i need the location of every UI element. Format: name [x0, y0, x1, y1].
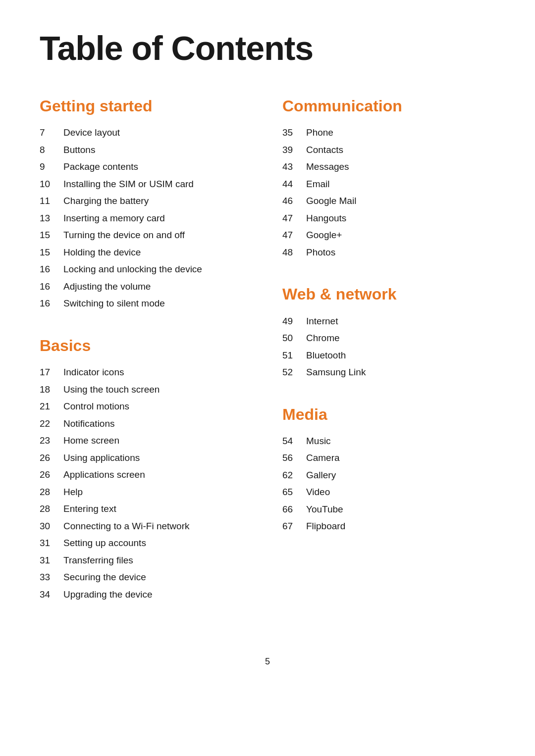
toc-item: 28Help: [40, 484, 253, 501]
toc-page-number: 50: [282, 331, 306, 346]
toc-columns: Getting started7Device layout8Buttons9Pa…: [40, 97, 495, 627]
toc-item-text: Adjusting the volume: [63, 280, 151, 294]
toc-page-number: 56: [282, 451, 306, 465]
toc-item-text: Turning the device on and off: [63, 228, 185, 243]
toc-page-number: 13: [40, 211, 63, 226]
toc-item: 47Hangouts: [282, 210, 495, 227]
toc-item: 23Home screen: [40, 432, 253, 450]
toc-item-text: Installing the SIM or USIM card: [63, 177, 194, 192]
toc-page-number: 62: [282, 468, 306, 483]
toc-item-text: Phone: [306, 126, 333, 140]
toc-item: 26Using applications: [40, 450, 253, 467]
section-getting-started: Getting started7Device layout8Buttons9Pa…: [40, 97, 253, 312]
toc-item: 15Holding the device: [40, 244, 253, 261]
toc-page-number: 10: [40, 177, 63, 192]
toc-page-number: 15: [40, 246, 63, 260]
toc-page-number: 51: [282, 349, 306, 363]
section-basics: Basics17Indicator icons18Using the touch…: [40, 336, 253, 603]
toc-item-text: Home screen: [63, 434, 119, 448]
toc-page-number: 67: [282, 519, 306, 534]
toc-list-communication: 35Phone39Contacts43Messages44Email46Goog…: [282, 124, 495, 261]
toc-item-text: Charging the battery: [63, 194, 149, 208]
toc-page-number: 66: [282, 503, 306, 517]
toc-item-text: Google Mail: [306, 194, 356, 208]
toc-item-text: Device layout: [63, 126, 120, 140]
toc-item: 65Video: [282, 484, 495, 501]
toc-page-number: 34: [40, 588, 63, 602]
toc-page-number: 48: [282, 246, 306, 260]
toc-page-number: 31: [40, 554, 63, 568]
toc-item-text: Control motions: [63, 400, 129, 414]
toc-item: 46Google Mail: [282, 193, 495, 210]
page-footer: 5: [40, 656, 495, 667]
toc-item-text: Google+: [306, 228, 342, 243]
toc-item: 31Setting up accounts: [40, 535, 253, 552]
toc-page-number: 11: [40, 194, 63, 208]
toc-item-text: Chrome: [306, 331, 340, 346]
toc-page-number: 8: [40, 143, 63, 157]
toc-item-text: Package contents: [63, 160, 138, 174]
toc-item: 26Applications screen: [40, 466, 253, 484]
toc-item: 62Gallery: [282, 467, 495, 484]
toc-item: 49Internet: [282, 313, 495, 330]
toc-page-number: 23: [40, 434, 63, 448]
toc-item: 52Samsung Link: [282, 364, 495, 381]
toc-item: 7Device layout: [40, 124, 253, 142]
section-communication: Communication35Phone39Contacts43Messages…: [282, 97, 495, 261]
toc-page-number: 16: [40, 297, 63, 311]
toc-page-number: 26: [40, 451, 63, 465]
page-title: Table of Contents: [40, 30, 495, 67]
toc-page-number: 18: [40, 383, 63, 397]
toc-item: 17Indicator icons: [40, 364, 253, 381]
toc-item: 22Notifications: [40, 415, 253, 433]
toc-item-text: Transferring files: [63, 554, 133, 568]
toc-item-text: Locking and unlocking the device: [63, 262, 202, 277]
toc-page-number: 35: [282, 126, 306, 140]
toc-item-text: Notifications: [63, 417, 115, 431]
toc-item-text: Applications screen: [63, 468, 145, 482]
toc-page-number: 52: [282, 365, 306, 380]
toc-item-text: Samsung Link: [306, 365, 366, 380]
section-title-basics: Basics: [40, 336, 253, 355]
toc-list-getting-started: 7Device layout8Buttons9Package contents1…: [40, 124, 253, 312]
toc-item-text: Messages: [306, 160, 349, 174]
toc-item-text: Email: [306, 177, 330, 192]
section-title-web-network: Web & network: [282, 285, 495, 303]
toc-page-number: 43: [282, 160, 306, 174]
toc-item: 48Photos: [282, 244, 495, 261]
toc-page-number: 16: [40, 262, 63, 277]
page-number: 5: [265, 656, 270, 666]
toc-item: 10Installing the SIM or USIM card: [40, 176, 253, 193]
toc-item-text: Gallery: [306, 468, 336, 483]
toc-page-number: 44: [282, 177, 306, 192]
toc-item: 18Using the touch screen: [40, 381, 253, 399]
toc-page-number: 17: [40, 365, 63, 380]
toc-item: 44Email: [282, 176, 495, 193]
toc-item-text: Internet: [306, 314, 338, 329]
toc-item: 50Chrome: [282, 330, 495, 347]
toc-item-text: Using the touch screen: [63, 383, 160, 397]
right-column: Communication35Phone39Contacts43Messages…: [282, 97, 495, 559]
toc-page-number: 39: [282, 143, 306, 157]
toc-page-number: 30: [40, 519, 63, 534]
toc-item: 54Music: [282, 433, 495, 450]
toc-item-text: Connecting to a Wi-Fi network: [63, 519, 190, 534]
toc-item-text: Flipboard: [306, 519, 345, 534]
toc-item: 16Switching to silent mode: [40, 295, 253, 312]
toc-item-text: Video: [306, 485, 330, 500]
toc-item: 16Adjusting the volume: [40, 278, 253, 296]
toc-page-number: 47: [282, 228, 306, 243]
toc-page-number: 31: [40, 536, 63, 551]
toc-item-text: Bluetooth: [306, 349, 346, 363]
toc-page-number: 54: [282, 434, 306, 449]
toc-page-number: 28: [40, 502, 63, 516]
toc-item: 39Contacts: [282, 142, 495, 159]
toc-item: 15Turning the device on and off: [40, 227, 253, 244]
toc-item-text: Indicator icons: [63, 365, 124, 380]
section-title-media: Media: [282, 405, 495, 424]
toc-item-text: Securing the device: [63, 570, 146, 585]
toc-item-text: Setting up accounts: [63, 536, 146, 551]
toc-page-number: 16: [40, 280, 63, 294]
toc-item: 35Phone: [282, 124, 495, 142]
section-title-communication: Communication: [282, 97, 495, 115]
